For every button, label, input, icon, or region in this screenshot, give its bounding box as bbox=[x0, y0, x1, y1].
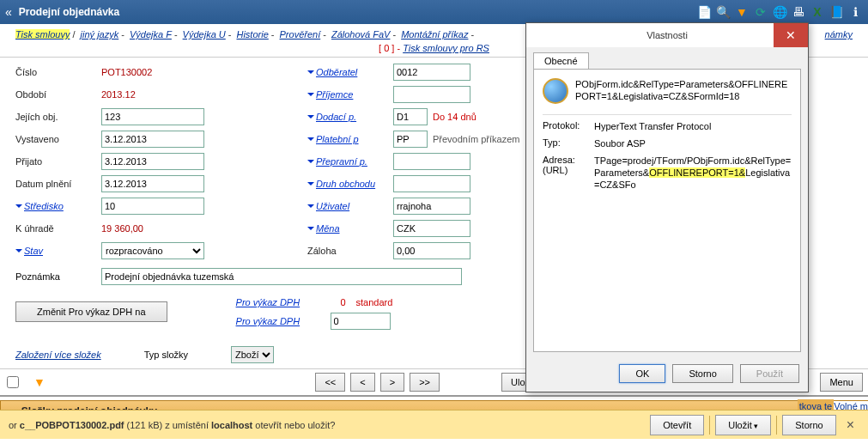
adresa-value: TPage=prodej/TForm/PObjForm.idc&RelType=… bbox=[594, 155, 792, 191]
link-jiny-jazyk[interactable]: jiný jazyk bbox=[81, 29, 119, 40]
select-all-checkbox[interactable] bbox=[7, 376, 19, 388]
zaloha-input[interactable] bbox=[393, 242, 470, 259]
link-montazni[interactable]: Montážní příkaz bbox=[401, 29, 468, 40]
dph1-num: 0 bbox=[331, 297, 356, 307]
tab-obecne[interactable]: Obecné bbox=[533, 52, 589, 69]
dialog-body: PObjForm.idc&RelType=Parameters&OFFLINER… bbox=[533, 69, 801, 352]
uzivatel-link[interactable]: Uživatel bbox=[307, 201, 393, 211]
mena-link[interactable]: Měna bbox=[307, 223, 393, 234]
dialog-close-button[interactable]: ✕ bbox=[774, 23, 808, 47]
link-vydejka-f[interactable]: Výdejka F bbox=[130, 29, 172, 40]
typ-label: Typ: bbox=[543, 137, 594, 149]
excel-icon[interactable]: X bbox=[810, 4, 825, 20]
prepravni-input[interactable] bbox=[393, 153, 470, 170]
protokol-label: Protokol: bbox=[543, 120, 594, 132]
link-provereni[interactable]: Prověření bbox=[280, 29, 321, 40]
prijemce-input[interactable] bbox=[393, 86, 470, 103]
filter-icon[interactable]: ▼ bbox=[734, 4, 750, 20]
dodaci-link[interactable]: Dodací p. bbox=[307, 112, 393, 122]
dodaci-aux: Do 14 dnů bbox=[433, 112, 476, 122]
search-icon[interactable]: 🔍 bbox=[715, 4, 731, 20]
datum-input[interactable] bbox=[101, 175, 204, 192]
note-input[interactable] bbox=[101, 268, 462, 285]
odberatel-input[interactable] bbox=[393, 64, 470, 81]
link-tisk-rs[interactable]: Tisk smlouvy pro RS bbox=[403, 43, 489, 53]
stav-link[interactable]: Stav bbox=[15, 246, 101, 256]
adresa-label: Adresa: (URL) bbox=[543, 155, 594, 191]
druh-link[interactable]: Druh obchodu bbox=[307, 179, 393, 189]
druh-input[interactable] bbox=[393, 175, 470, 192]
prijemce-link[interactable]: Příjemce bbox=[307, 89, 393, 100]
platebni-input[interactable] bbox=[393, 131, 428, 148]
prijato-input[interactable] bbox=[101, 153, 204, 170]
link-vydejka-u[interactable]: Výdejka U bbox=[183, 29, 226, 40]
globe-icon[interactable]: 🌐 bbox=[772, 4, 787, 20]
nav-first-button[interactable]: << bbox=[315, 373, 345, 392]
typ-label: Typ složky bbox=[144, 350, 188, 360]
dialog-title: Vlastnosti bbox=[646, 30, 688, 40]
prepravni-link[interactable]: Přepravní p. bbox=[307, 156, 393, 167]
nav-prev-button[interactable]: < bbox=[350, 373, 374, 392]
dodaci-input[interactable] bbox=[393, 108, 428, 125]
odberatel-link[interactable]: Odběratel bbox=[307, 67, 393, 77]
mena-input[interactable] bbox=[393, 220, 470, 237]
cislo-value: POT130002 bbox=[101, 67, 152, 77]
globe-large-icon bbox=[543, 78, 568, 104]
menu-button[interactable]: Menu bbox=[820, 373, 863, 392]
cislo-label: Číslo bbox=[15, 67, 101, 77]
dl-open-button[interactable]: Otevřít bbox=[650, 415, 704, 435]
dl-save-button[interactable]: Uložit bbox=[715, 415, 771, 435]
help-icon[interactable]: 📘 bbox=[829, 4, 844, 20]
link-zalohova[interactable]: Zálohová FaV bbox=[331, 29, 390, 40]
jejich-label: Jejích obj. bbox=[15, 112, 101, 122]
dialog-title-bar: Vlastnosti ✕ bbox=[526, 23, 808, 47]
line2-prefix: [ 0 ] - bbox=[379, 43, 403, 53]
dph1-txt: standard bbox=[356, 297, 393, 307]
obdobi-label: Období bbox=[15, 89, 101, 100]
nav-next-button[interactable]: > bbox=[380, 373, 404, 392]
dph2-input[interactable] bbox=[331, 313, 391, 330]
dl-cancel-button[interactable]: Storno bbox=[782, 415, 835, 435]
dialog-ok-button[interactable]: OK bbox=[619, 364, 665, 383]
url-summary: PObjForm.idc&RelType=Parameters&OFFLINER… bbox=[575, 78, 792, 102]
zalozeni-link[interactable]: Založení více složek bbox=[15, 350, 101, 360]
typ-select[interactable]: Zboží bbox=[231, 346, 274, 363]
note-label: Poznámka bbox=[15, 271, 101, 282]
stredisko-input[interactable] bbox=[101, 198, 204, 215]
dph1-link[interactable]: Pro výkaz DPH bbox=[236, 297, 331, 307]
kuhrade-value: 19 360,00 bbox=[101, 223, 143, 234]
platebni-link[interactable]: Platební p bbox=[307, 134, 393, 144]
info-icon[interactable]: ℹ bbox=[847, 4, 863, 20]
typ-value: Soubor ASP bbox=[594, 137, 792, 149]
print-icon[interactable]: 🖶 bbox=[791, 4, 806, 20]
uzivatel-input[interactable] bbox=[393, 198, 470, 215]
zmenit-dph-button[interactable]: Změnit Pro výkaz DPH na bbox=[15, 301, 167, 322]
funnel-icon[interactable]: ▼ bbox=[30, 375, 131, 389]
kuhrade-label: K úhradě bbox=[15, 223, 101, 234]
download-bar: or c__POBPOT130002.pdf (121 kB) z umístě… bbox=[0, 410, 868, 439]
datum-label: Datum plnění bbox=[15, 179, 101, 189]
jejich-input[interactable] bbox=[101, 108, 204, 125]
platebni-aux: Převodním příkazem bbox=[433, 134, 519, 144]
dph2-link[interactable]: Pro výkaz DPH bbox=[236, 316, 331, 326]
link-tisk-smlouvy[interactable]: Tisk smlouvy bbox=[15, 29, 70, 40]
prijato-label: Přijato bbox=[15, 156, 101, 167]
new-doc-icon[interactable]: 📄 bbox=[696, 4, 712, 20]
stav-select[interactable]: rozpracováno bbox=[101, 242, 204, 259]
collapse-icon[interactable]: « bbox=[5, 5, 12, 19]
title-bar: « Prodejní objednávka 📄 🔍 ▼ ⟳ 🌐 🖶 X 📘 ℹ bbox=[0, 0, 868, 24]
dialog-storno-button[interactable]: Storno bbox=[672, 364, 732, 383]
window-title: Prodejní objednávka bbox=[19, 6, 696, 18]
stredisko-link[interactable]: Středisko bbox=[15, 201, 101, 211]
link-namky[interactable]: námky bbox=[825, 29, 853, 40]
obdobi-value: 2013.12 bbox=[101, 89, 136, 100]
dl-close-icon[interactable]: × bbox=[841, 417, 859, 433]
vystaveno-input[interactable] bbox=[101, 131, 204, 148]
link-historie[interactable]: Historie bbox=[236, 29, 268, 40]
nav-last-button[interactable]: >> bbox=[410, 373, 440, 392]
refresh-icon[interactable]: ⟳ bbox=[753, 4, 768, 20]
dialog-pouzit-button: Použít bbox=[740, 364, 799, 383]
protokol-value: HyperText Transfer Protocol bbox=[594, 120, 792, 132]
download-text: or c__POBPOT130002.pdf (121 kB) z umístě… bbox=[9, 420, 335, 430]
vystaveno-label: Vystaveno bbox=[15, 134, 101, 144]
